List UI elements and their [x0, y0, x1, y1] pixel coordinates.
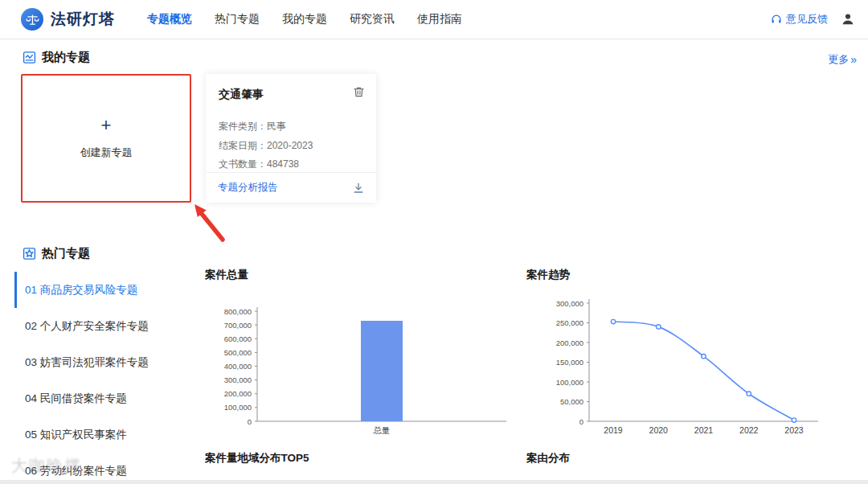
- topic-field-doc-count: 文书数量：484738: [219, 155, 313, 174]
- svg-text:600,000: 600,000: [224, 334, 252, 343]
- panel-title-case-trend: 案件趋势: [526, 268, 570, 282]
- svg-text:300,000: 300,000: [556, 299, 583, 308]
- nav-research-news[interactable]: 研究资讯: [350, 12, 395, 27]
- page: 法研灯塔 专题概览 热门专题 我的专题 研究资讯 使用指南: [0, 0, 868, 484]
- headset-icon: [771, 14, 782, 25]
- svg-text:500,000: 500,000: [224, 348, 252, 357]
- panel-title-region-distribution: 案件量地域分布TOP5: [205, 451, 309, 466]
- topic-field-close-date: 结案日期：2020-2023: [219, 137, 313, 156]
- user-account-icon[interactable]: [841, 12, 855, 27]
- app-title: 法研灯塔: [51, 9, 115, 30]
- svg-text:800,000: 800,000: [224, 307, 252, 316]
- svg-text:300,000: 300,000: [224, 375, 252, 384]
- total-cases-chart: 0100,000200,000300,000400,000500,000600,…: [201, 301, 538, 444]
- topic-card-footer: 专题分析报告: [206, 172, 376, 203]
- feedback-label: 意见反馈: [786, 12, 828, 27]
- delete-topic-icon[interactable]: [353, 86, 365, 98]
- svg-text:0: 0: [579, 417, 583, 426]
- topic-report-link[interactable]: 专题分析报告: [218, 181, 278, 195]
- top-nav-bar: 法研灯塔 专题概览 热门专题 我的专题 研究资讯 使用指南: [0, 0, 868, 39]
- svg-text:总量: 总量: [373, 425, 391, 435]
- scales-icon: [26, 13, 39, 27]
- svg-text:50,000: 50,000: [560, 397, 583, 406]
- svg-text:700,000: 700,000: [224, 321, 252, 330]
- hot-topics-icon: [23, 247, 36, 260]
- svg-text:2019: 2019: [604, 425, 623, 435]
- topic-card[interactable]: 交通肇事 案件类别：民事 结案日期：2020-2023 文书数量：484738 …: [206, 74, 376, 203]
- my-topics-icon: [23, 51, 36, 64]
- case-trend-chart: 050,000100,000150,000200,000250,000300,0…: [553, 291, 842, 445]
- panel-title-total-cases: 案件总量: [205, 268, 248, 282]
- topic-field-category: 案件类别：民事: [219, 117, 313, 137]
- svg-text:0: 0: [248, 417, 252, 426]
- download-icon[interactable]: [353, 183, 364, 194]
- svg-text:200,000: 200,000: [224, 389, 252, 398]
- page-bottom-edge: [0, 480, 868, 484]
- my-topics-section-header: 我的专题: [23, 50, 90, 65]
- svg-text:400,000: 400,000: [224, 362, 252, 371]
- nav-hot-topics[interactable]: 热门专题: [215, 12, 260, 27]
- topic-card-title: 交通肇事: [219, 88, 264, 102]
- svg-text:2020: 2020: [649, 425, 669, 435]
- more-link[interactable]: 更多 »: [828, 52, 857, 67]
- hot-topics-list: 01 商品房交易风险专题 02 个人财产安全案件专题 03 妨害司法犯罪案件专题…: [14, 272, 198, 484]
- feedback-link[interactable]: 意见反馈: [771, 12, 828, 27]
- hot-topic-item-4[interactable]: 04 民间借贷案件专题: [14, 380, 198, 416]
- my-topics-title: 我的专题: [42, 50, 90, 65]
- more-label: 更多: [828, 52, 849, 67]
- svg-text:2021: 2021: [694, 425, 714, 435]
- hot-topic-item-5[interactable]: 05 知识产权民事案件: [14, 416, 198, 453]
- svg-text:200,000: 200,000: [556, 338, 583, 347]
- nav-user-guide[interactable]: 使用指南: [417, 12, 462, 27]
- hot-topics-section-header: 热门专题: [23, 246, 90, 261]
- hot-topic-item-2[interactable]: 02 个人财产安全案件专题: [14, 308, 198, 344]
- svg-text:150,000: 150,000: [556, 358, 583, 367]
- panel-title-cause-distribution: 案由分布: [526, 451, 570, 466]
- svg-text:2022: 2022: [739, 425, 759, 435]
- app-logo: [21, 8, 43, 31]
- svg-text:2023: 2023: [784, 425, 804, 435]
- nav-topic-overview[interactable]: 专题概览: [147, 12, 192, 27]
- main-nav: 专题概览 热门专题 我的专题 研究资讯 使用指南: [147, 12, 462, 27]
- create-topic-label: 创建新专题: [80, 146, 133, 160]
- topic-card-fields: 案件类别：民事 结案日期：2020-2023 文书数量：484738: [219, 117, 313, 174]
- hot-topic-item-1[interactable]: 01 商品房交易风险专题: [14, 272, 198, 308]
- double-chevron-icon: »: [850, 53, 857, 66]
- svg-text:100,000: 100,000: [556, 378, 583, 387]
- svg-text:250,000: 250,000: [556, 318, 583, 327]
- plus-icon: +: [101, 117, 112, 134]
- red-arrow-annotation: [183, 198, 241, 249]
- create-topic-card[interactable]: + 创建新专题: [21, 74, 191, 203]
- hot-topics-title: 热门专题: [42, 246, 90, 261]
- nav-my-topics[interactable]: 我的专题: [282, 12, 327, 27]
- svg-text:100,000: 100,000: [224, 403, 252, 412]
- header-right: 意见反馈: [771, 12, 855, 27]
- hot-topic-item-3[interactable]: 03 妨害司法犯罪案件专题: [14, 344, 198, 380]
